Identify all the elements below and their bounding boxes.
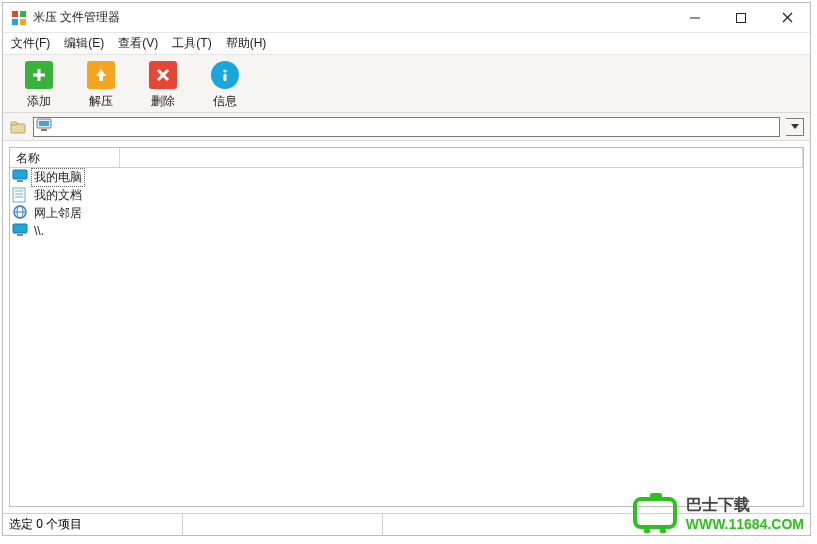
- doc-icon: [12, 187, 28, 203]
- app-icon: [11, 10, 27, 26]
- title-bar: 米压 文件管理器: [3, 3, 810, 33]
- status-cell-3: [383, 514, 810, 535]
- menu-file[interactable]: 文件(F): [7, 35, 54, 52]
- svg-rect-16: [11, 122, 17, 125]
- svg-rect-31: [17, 234, 23, 236]
- menu-help[interactable]: 帮助(H): [222, 35, 271, 52]
- svg-rect-0: [12, 11, 18, 17]
- info-label: 信息: [213, 93, 237, 110]
- delete-label: 删除: [151, 93, 175, 110]
- svg-marker-20: [791, 124, 799, 129]
- maximize-button[interactable]: [718, 3, 764, 33]
- toolbar: 添加 解压 删除 信息: [3, 55, 810, 113]
- window-controls: [672, 3, 810, 33]
- svg-rect-18: [39, 121, 49, 126]
- status-bar: 选定 0 个项目: [3, 513, 810, 535]
- path-input[interactable]: [56, 119, 777, 135]
- svg-rect-1: [20, 11, 26, 17]
- x-icon: [149, 61, 177, 89]
- menu-tools[interactable]: 工具(T): [168, 35, 215, 52]
- window-title: 米压 文件管理器: [33, 9, 120, 26]
- path-field-container: [33, 117, 780, 137]
- svg-rect-30: [13, 224, 27, 233]
- svg-rect-14: [224, 74, 227, 81]
- svg-rect-2: [12, 19, 18, 25]
- status-selection: 选定 0 个项目: [3, 514, 183, 535]
- arrow-up-icon: [87, 61, 115, 89]
- svg-rect-5: [737, 13, 746, 22]
- svg-marker-10: [96, 69, 106, 81]
- file-row[interactable]: 我的电脑: [10, 168, 803, 186]
- file-row[interactable]: \\.: [10, 222, 803, 240]
- file-label: \\.: [32, 224, 46, 238]
- menu-view[interactable]: 查看(V): [114, 35, 162, 52]
- address-bar: [3, 113, 810, 141]
- delete-button[interactable]: 删除: [143, 61, 183, 110]
- file-label: 我的电脑: [32, 169, 84, 186]
- menu-bar: 文件(F) 编辑(E) 查看(V) 工具(T) 帮助(H): [3, 33, 810, 55]
- monitor-icon: [12, 169, 28, 185]
- svg-rect-23: [13, 188, 25, 202]
- file-list[interactable]: 我的电脑我的文档网上邻居\\.: [10, 168, 803, 506]
- info-button[interactable]: 信息: [205, 61, 245, 110]
- info-icon: [211, 61, 239, 89]
- file-row[interactable]: 我的文档: [10, 186, 803, 204]
- folder-up-icon[interactable]: [9, 118, 27, 136]
- svg-rect-3: [20, 19, 26, 25]
- network-icon: [12, 205, 28, 221]
- file-row[interactable]: 网上邻居: [10, 204, 803, 222]
- close-button[interactable]: [764, 3, 810, 33]
- svg-point-13: [223, 69, 226, 72]
- file-list-panel: 名称 我的电脑我的文档网上邻居\\.: [9, 147, 804, 507]
- app-window: 米压 文件管理器 文件(F) 编辑(E) 查看(V) 工具(T) 帮助(H) 添…: [2, 2, 811, 536]
- computer-icon: [36, 118, 52, 135]
- column-header-row: 名称: [10, 148, 803, 168]
- extract-button[interactable]: 解压: [81, 61, 121, 110]
- svg-rect-21: [13, 170, 27, 179]
- status-cell-2: [183, 514, 383, 535]
- add-label: 添加: [27, 93, 51, 110]
- file-label: 网上邻居: [32, 205, 84, 222]
- monitor-icon: [12, 223, 28, 239]
- svg-rect-19: [41, 129, 47, 131]
- column-name[interactable]: 名称: [10, 148, 120, 167]
- plus-icon: [25, 61, 53, 89]
- file-label: 我的文档: [32, 187, 84, 204]
- extract-label: 解压: [89, 93, 113, 110]
- minimize-button[interactable]: [672, 3, 718, 33]
- column-spacer: [120, 148, 803, 167]
- menu-edit[interactable]: 编辑(E): [60, 35, 108, 52]
- svg-rect-22: [17, 180, 23, 182]
- add-button[interactable]: 添加: [19, 61, 59, 110]
- path-dropdown-button[interactable]: [786, 118, 804, 136]
